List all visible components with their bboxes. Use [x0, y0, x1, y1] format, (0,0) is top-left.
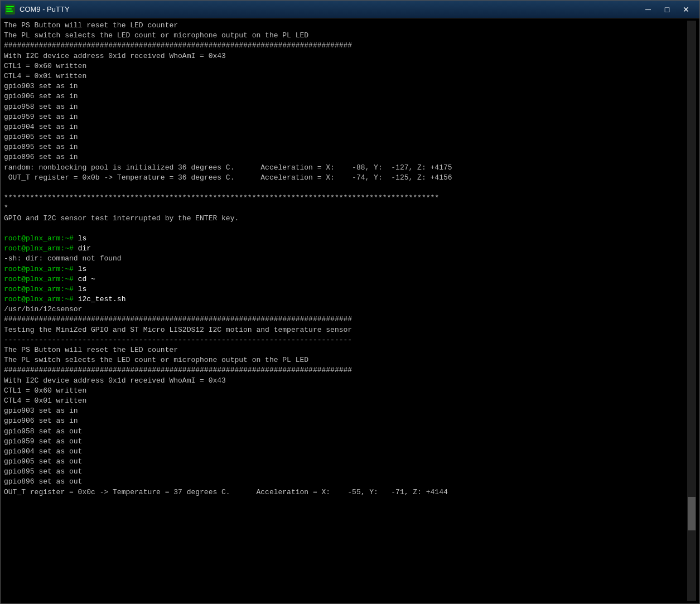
terminal-line: gpio906 set as in	[4, 416, 687, 426]
minimize-button[interactable]: ─	[639, 2, 657, 17]
window-controls: ─ □ ✕	[639, 2, 695, 17]
terminal-line: ########################################…	[4, 365, 687, 375]
terminal-line: ########################################…	[4, 315, 687, 325]
terminal-line: ########################################…	[4, 41, 687, 51]
terminal-line: OUT_T register = 0x0b -> Temperature = 3…	[4, 173, 687, 183]
terminal-line: gpio896 set as out	[4, 477, 687, 487]
terminal-line: ****************************************…	[4, 193, 687, 203]
putty-window: COM9 - PuTTY ─ □ ✕ The PS Button will re…	[0, 0, 700, 604]
svg-rect-3	[6, 11, 13, 12]
terminal-line: With I2C device address 0x1d received Wh…	[4, 51, 687, 61]
maximize-button[interactable]: □	[658, 2, 676, 17]
terminal-line: root@plnx_arm:~# ls	[4, 234, 687, 244]
putty-icon	[5, 4, 15, 15]
terminal-line: *	[4, 203, 687, 213]
terminal-line: root@plnx_arm:~# cd ~	[4, 274, 687, 284]
terminal-line: The PS Button will reset the LED counter	[4, 345, 687, 355]
terminal-line: -sh: dir: command not found	[4, 254, 687, 264]
titlebar: COM9 - PuTTY ─ □ ✕	[1, 1, 699, 18]
terminal-line: With I2C device address 0x1d received Wh…	[4, 376, 687, 386]
window-title: COM9 - PuTTY	[20, 5, 639, 13]
close-button[interactable]: ✕	[677, 2, 695, 17]
scrollbar-thumb[interactable]	[688, 497, 696, 530]
terminal-body[interactable]: The PS Button will reset the LED counter…	[1, 18, 699, 603]
terminal-line: gpio895 set as out	[4, 467, 687, 477]
terminal-line: GPIO and I2C sensor test interrupted by …	[4, 214, 687, 224]
terminal-line: gpio959 set as out	[4, 437, 687, 447]
svg-rect-1	[6, 6, 14, 7]
terminal-line: root@plnx_arm:~# dir	[4, 244, 687, 254]
svg-rect-2	[6, 8, 12, 9]
terminal-line: gpio896 set as in	[4, 152, 687, 162]
terminal-line: random: nonblocking pool is initialized …	[4, 163, 687, 173]
terminal-line: root@plnx_arm:~# i2c_test.sh	[4, 294, 687, 305]
terminal-line: OUT_T register = 0x0c -> Temperature = 3…	[4, 487, 687, 497]
terminal-line: /usr/bin/i2csensor	[4, 305, 687, 315]
terminal-line: CTL4 = 0x01 written	[4, 396, 687, 406]
terminal-line: Testing the MiniZed GPIO and ST Micro LI…	[4, 325, 687, 335]
terminal-line	[4, 224, 687, 234]
terminal-line: gpio904 set as in	[4, 122, 687, 132]
terminal-line: The PL switch selects the LED count or m…	[4, 355, 687, 365]
terminal-line: gpio903 set as in	[4, 81, 687, 91]
terminal-line: CTL1 = 0x60 written	[4, 386, 687, 396]
terminal-line: gpio958 set as out	[4, 427, 687, 437]
terminal-line	[4, 183, 687, 193]
terminal-line: ----------------------------------------…	[4, 335, 687, 345]
terminal-line: gpio905 set as out	[4, 457, 687, 467]
terminal-line: gpio959 set as in	[4, 112, 687, 122]
terminal-line: The PS Button will reset the LED counter	[4, 21, 687, 31]
terminal-line: gpio906 set as in	[4, 91, 687, 102]
terminal-line: CTL1 = 0x60 written	[4, 61, 687, 71]
terminal-line: root@plnx_arm:~# ls	[4, 284, 687, 294]
terminal-line: root@plnx_arm:~# ls	[4, 264, 687, 274]
terminal-line: The PL switch selects the LED count or m…	[4, 31, 687, 41]
terminal-output: The PS Button will reset the LED counter…	[4, 21, 687, 601]
terminal-line: gpio958 set as in	[4, 102, 687, 112]
terminal-line: gpio895 set as in	[4, 142, 687, 152]
terminal-line: gpio903 set as in	[4, 406, 687, 416]
scrollbar[interactable]	[687, 21, 696, 601]
terminal-line: CTL4 = 0x01 written	[4, 71, 687, 81]
terminal-line: gpio904 set as out	[4, 447, 687, 457]
terminal-line: gpio905 set as in	[4, 132, 687, 142]
